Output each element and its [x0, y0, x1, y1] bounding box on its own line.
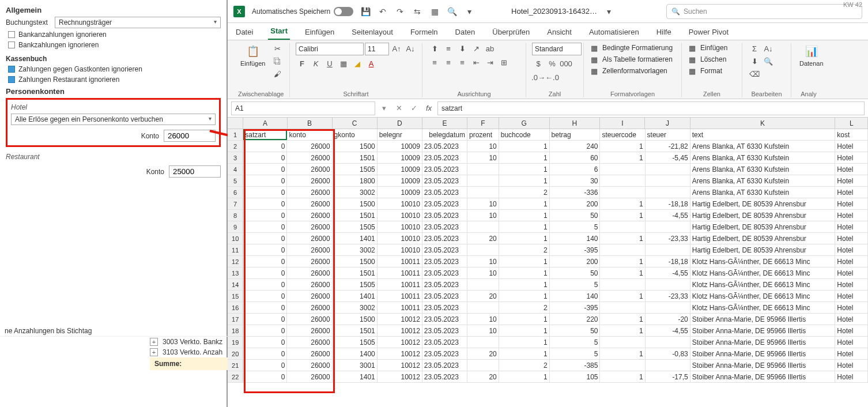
cell[interactable]: Hotel [835, 314, 868, 325]
cell[interactable] [646, 244, 690, 255]
cell[interactable]: 23.05.2023 [422, 371, 467, 382]
qat-more-icon[interactable]: ▾ [464, 6, 474, 17]
increase-indent-icon[interactable]: ⇥ [484, 56, 496, 68]
cell[interactable]: 26000 [287, 325, 332, 336]
cell[interactable]: Hotel [835, 337, 868, 348]
cell[interactable]: 200 [550, 198, 601, 209]
cell[interactable]: Hotel [835, 302, 868, 313]
cell[interactable]: 5 [550, 337, 601, 348]
cell[interactable]: 3001 [333, 360, 378, 371]
cell[interactable]: gkonto [333, 129, 378, 140]
cell[interactable]: 1 [499, 279, 550, 290]
row-header[interactable]: 16 [228, 302, 243, 313]
cell[interactable]: 10009 [378, 175, 422, 186]
tab-automatisieren[interactable]: Automatisieren [587, 25, 641, 40]
cell[interactable]: 240 [550, 141, 601, 152]
cell[interactable]: 0 [243, 141, 287, 152]
row-header[interactable]: 9 [228, 221, 243, 232]
orientation-icon[interactable]: ↗ [470, 43, 482, 54]
cell[interactable]: 23.05.2023 [422, 244, 467, 255]
cell[interactable]: 26000 [287, 279, 332, 290]
row-header[interactable]: 8 [228, 210, 243, 221]
row-header[interactable]: 20 [228, 348, 243, 359]
cell[interactable]: Hartig Edelbert, DE 80539 Ahrensbur [690, 221, 836, 232]
cell[interactable]: 1 [600, 291, 645, 302]
column-header[interactable]: H [550, 118, 601, 129]
cell[interactable]: 23.05.2023 [422, 360, 467, 371]
cell[interactable]: 10 [467, 141, 499, 152]
cell[interactable]: 1 [600, 152, 645, 163]
cell[interactable] [646, 221, 690, 232]
find-icon[interactable]: 🔍 [762, 55, 775, 67]
cell[interactable]: 23.05.2023 [422, 267, 467, 278]
cell[interactable]: 1505 [333, 337, 378, 348]
cell[interactable] [600, 337, 645, 348]
cell[interactable]: Hotel [835, 233, 868, 244]
cell[interactable] [600, 221, 645, 232]
align-center-icon[interactable]: ≡ [442, 56, 455, 68]
cell[interactable]: 10010 [378, 210, 422, 221]
select-all-corner[interactable] [228, 118, 243, 129]
cell[interactable]: 1500 [333, 141, 378, 152]
fill-icon[interactable]: ⬇ [748, 55, 761, 67]
cell[interactable]: 140 [550, 291, 601, 302]
cell[interactable]: 23.05.2023 [422, 187, 467, 198]
cell[interactable]: -5,45 [646, 152, 690, 163]
cell[interactable]: 1 [499, 291, 550, 302]
cell[interactable]: 0 [243, 152, 287, 163]
cell[interactable]: 1 [499, 314, 550, 325]
quick-print-icon[interactable]: ▦ [429, 6, 440, 17]
row-header[interactable]: 22 [228, 371, 243, 382]
cell[interactable]: Hotel [835, 279, 868, 290]
tab-seitenlayout[interactable]: Seitenlayout [349, 25, 395, 40]
row-header[interactable]: 6 [228, 187, 243, 198]
cell[interactable]: 1 [499, 337, 550, 348]
restaurant-konto-input[interactable] [169, 165, 221, 178]
cell[interactable]: 1 [499, 175, 550, 186]
save-icon[interactable]: 💾 [360, 6, 371, 17]
thousand-sep-icon[interactable]: 000 [560, 58, 572, 69]
cell[interactable]: Stoiber Anna-Marie, DE 95966 Illertis [690, 348, 836, 359]
cell[interactable]: 23.05.2023 [422, 233, 467, 244]
cell[interactable]: -21,82 [646, 141, 690, 152]
cell[interactable]: Klotz Hans-GÃ¼nther, DE 66613 Minc [690, 302, 836, 313]
cell[interactable]: Klotz Hans-GÃ¼nther, DE 66613 Minc [690, 291, 836, 302]
cell[interactable]: Stoiber Anna-Marie, DE 95966 Illertis [690, 371, 836, 382]
align-bottom-icon[interactable]: ⬇ [456, 43, 469, 54]
row-header[interactable]: 10 [228, 233, 243, 244]
cell[interactable]: 60 [550, 152, 601, 163]
cell[interactable]: -395 [550, 244, 601, 255]
cell[interactable]: 10 [467, 267, 499, 278]
cell[interactable]: Hartig Edelbert, DE 80539 Ahrensbur [690, 198, 836, 209]
column-header[interactable]: A [243, 118, 287, 129]
cell[interactable]: 26000 [287, 371, 332, 382]
cell[interactable]: 0 [243, 279, 287, 290]
cell[interactable]: -4,55 [646, 325, 690, 336]
cell[interactable]: 10009 [378, 152, 422, 163]
cell[interactable]: 1 [600, 233, 645, 244]
cell[interactable]: satzart [243, 129, 287, 140]
cell[interactable]: Hotel [835, 141, 868, 152]
list-item[interactable]: +3103 Verkto. Anzah [150, 347, 228, 357]
column-header[interactable]: D [378, 118, 422, 129]
cell[interactable]: Hartig Edelbert, DE 80539 Ahrensbur [690, 233, 836, 244]
cell[interactable]: 26000 [287, 210, 332, 221]
font-family-select[interactable]: Calibri [296, 43, 364, 55]
cell[interactable]: Stoiber Anna-Marie, DE 95966 Illertis [690, 337, 836, 348]
cell[interactable]: 10010 [378, 198, 422, 209]
cell[interactable]: 10012 [378, 371, 422, 382]
cell[interactable] [600, 244, 645, 255]
cell[interactable]: 0 [243, 314, 287, 325]
tab-power pivot[interactable]: Power Pivot [686, 25, 731, 40]
cell[interactable] [467, 360, 499, 371]
cell[interactable]: 1 [600, 210, 645, 221]
cell[interactable] [467, 187, 499, 198]
cell[interactable]: Hotel [835, 187, 868, 198]
cell[interactable]: 1 [499, 210, 550, 221]
format-cells-button[interactable]: ▦Format [688, 66, 722, 76]
clear-icon[interactable]: ⌫ [748, 68, 761, 80]
formula-input[interactable]: satzart [437, 101, 865, 115]
cell[interactable]: Hotel [835, 221, 868, 232]
cell[interactable]: 1 [499, 164, 550, 175]
cell[interactable]: kost [835, 129, 868, 140]
